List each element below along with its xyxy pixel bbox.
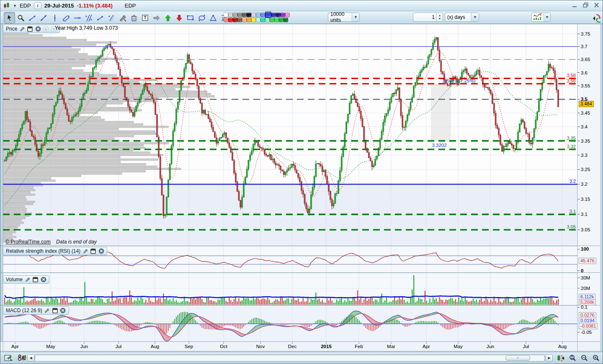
svg-text:Apr: Apr	[11, 344, 19, 349]
svg-text:3.65: 3.65	[581, 57, 590, 62]
price-window-icon[interactable]	[27, 26, 33, 32]
svg-text:3.55: 3.55	[581, 83, 590, 88]
svg-text:30M: 30M	[581, 275, 590, 280]
svg-text:3.15: 3.15	[581, 197, 590, 202]
svg-text:Sep: Sep	[185, 344, 193, 349]
svg-text:Nov: Nov	[256, 344, 265, 349]
svg-text:May: May	[454, 344, 463, 349]
last-price-box: 3.484	[579, 101, 594, 107]
price-settings-wrench-icon[interactable]	[19, 26, 25, 32]
svg-text:3.35: 3.35	[581, 138, 590, 144]
svg-text:Aug: Aug	[558, 344, 567, 349]
svg-text:3.1: 3.1	[581, 212, 588, 217]
svg-text:Jun: Jun	[487, 344, 495, 349]
svg-text:3.58: 3.58	[567, 73, 576, 78]
svg-text:3.35: 3.35	[567, 136, 576, 141]
macd-panel-title: MACD (12 26 9)	[6, 308, 42, 313]
svg-text:3.32: 3.32	[567, 144, 576, 149]
copyright-line: © ProRealTime.com Data is end of day	[5, 239, 97, 245]
svg-text:3.05: 3.05	[581, 227, 590, 232]
svg-text:3.45: 3.45	[581, 110, 590, 115]
svg-text:Jun: Jun	[80, 344, 88, 349]
svg-text:100: 100	[581, 246, 589, 251]
svg-text:3.3: 3.3	[581, 153, 588, 158]
price-panel-header: Price	[3, 25, 60, 33]
svg-text:Jul: Jul	[523, 344, 529, 349]
sidebar-collapse-button[interactable]	[593, 13, 602, 24]
svg-text:3.5619 (7.25%): 3.5619 (7.25%)	[443, 78, 476, 83]
svg-text:3.25: 3.25	[581, 167, 590, 172]
price-panel-title: Price	[6, 26, 17, 32]
svg-text:3.3202: 3.3202	[432, 143, 446, 148]
svg-text:3.05: 3.05	[567, 224, 576, 229]
svg-text:3.6: 3.6	[581, 70, 588, 75]
macd-close-icon[interactable]	[60, 308, 66, 314]
price-move-down-icon[interactable]	[43, 26, 49, 32]
volume-window-icon[interactable]	[32, 277, 39, 283]
svg-text:3.2: 3.2	[581, 182, 588, 187]
rsi-close-icon[interactable]	[98, 248, 104, 254]
macd-value-box-3: -0.0081	[579, 323, 598, 329]
rsi-settings-wrench-icon[interactable]	[82, 248, 88, 254]
svg-text:Feb: Feb	[355, 344, 363, 349]
svg-text:-0.05: -0.05	[581, 330, 592, 335]
price-year-stats: Year:High 3.749 Low 3.073	[55, 25, 118, 31]
svg-text:2015: 2015	[321, 344, 332, 349]
price-close-icon[interactable]	[35, 26, 41, 32]
volume-avg-box: 5,268k	[579, 299, 596, 305]
svg-text:May: May	[46, 344, 55, 349]
svg-text:Oct: Oct	[220, 344, 228, 349]
svg-text:Apr: Apr	[423, 344, 430, 349]
macd-window-icon[interactable]	[52, 308, 58, 314]
rsi-window-icon[interactable]	[90, 248, 96, 254]
volume-settings-wrench-icon[interactable]	[24, 277, 31, 283]
rsi-panel-title: Relative strength index (RSI) (14)	[6, 248, 80, 254]
highlight-zone	[431, 84, 451, 142]
svg-text:Aug: Aug	[151, 344, 159, 349]
data-note: Data is end of day	[56, 239, 97, 245]
svg-text:3.4: 3.4	[581, 124, 588, 129]
svg-text:3.75: 3.75	[581, 31, 590, 36]
svg-text:3.2: 3.2	[570, 179, 576, 184]
svg-text:20M: 20M	[581, 286, 590, 291]
svg-text:Mar: Mar	[387, 344, 395, 349]
prorealtime-link[interactable]: © ProRealTime.com	[5, 239, 51, 245]
chart-window: ▼ EDP i 29-Jul-2015 -1.11% (3.484) EDP T…	[0, 0, 603, 364]
volume-panel-title: Volume	[6, 277, 23, 282]
chart-canvas[interactable]: 3.583.563.353.323.23.13.053.5619 (7.25%)…	[0, 0, 603, 364]
svg-text:Jul: Jul	[116, 344, 122, 349]
macd-settings-wrench-icon[interactable]	[44, 308, 50, 314]
svg-text:3.7: 3.7	[581, 44, 588, 49]
svg-text:3.56: 3.56	[567, 78, 576, 83]
volume-close-icon[interactable]	[40, 277, 46, 283]
svg-text:3.1: 3.1	[570, 209, 576, 214]
volume-panel-header: Volume	[3, 275, 49, 284]
rsi-panel-header: Relative strength index (RSI) (14)	[3, 247, 107, 255]
macd-panel-header: MACD (12 26 9)	[3, 306, 69, 315]
rsi-value-box: 45.476	[579, 258, 596, 264]
svg-text:Dec: Dec	[288, 344, 297, 349]
palette-color-swatch[interactable]	[265, 12, 271, 18]
